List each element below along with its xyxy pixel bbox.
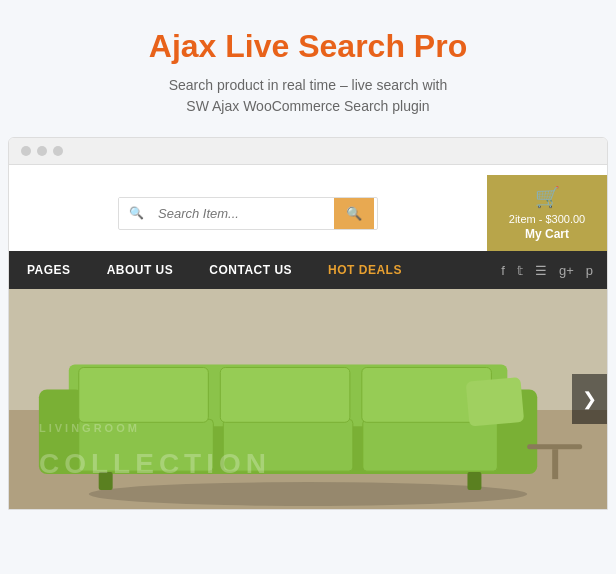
nav-item-hotdeals[interactable]: HOT DEALS: [310, 251, 420, 289]
googleplus-icon[interactable]: g+: [553, 255, 580, 286]
browser-dot-yellow: [37, 146, 47, 156]
svg-rect-12: [467, 473, 481, 491]
twitter-icon[interactable]: 𝕥: [511, 255, 529, 286]
cart-label: My Cart: [525, 227, 569, 241]
rss-icon[interactable]: ☰: [529, 255, 553, 286]
nav-bar: PAGES ABOUT US CONTACT US HOT DEALS f 𝕥 …: [9, 251, 607, 289]
nav-item-pages[interactable]: PAGES: [9, 251, 89, 289]
browser-dot-red: [21, 146, 31, 156]
page-subtitle: Search product in real time – live searc…: [20, 75, 596, 117]
svg-rect-14: [527, 445, 582, 450]
browser-bar: [9, 138, 607, 165]
nav-item-about[interactable]: ABOUT US: [89, 251, 192, 289]
svg-rect-15: [552, 450, 558, 480]
facebook-icon[interactable]: f: [495, 255, 511, 286]
hero-next-button[interactable]: ❯: [572, 374, 607, 424]
search-box: 🔍 🔍: [118, 197, 378, 230]
cart-icon: 🛒: [535, 185, 560, 209]
svg-rect-8: [79, 368, 209, 423]
cart-widget[interactable]: 🛒 2item - $300.00 My Cart: [487, 175, 607, 251]
page-title: Ajax Live Search Pro: [20, 28, 596, 65]
browser-mockup: 🔍 🔍 🛒 2item - $300.00 My Cart PAGES ABOU…: [8, 137, 608, 510]
hero-area: LIVINGROOM COLLECTION ❯: [9, 289, 607, 509]
pinterest-icon[interactable]: p: [580, 255, 599, 286]
browser-dot-green: [53, 146, 63, 156]
page-header: Ajax Live Search Pro Search product in r…: [0, 0, 616, 137]
nav-item-contact[interactable]: CONTACT US: [191, 251, 310, 289]
nav-social: f 𝕥 ☰ g+ p: [495, 255, 607, 286]
cart-info: 2item - $300.00: [509, 212, 585, 227]
svg-rect-7: [363, 420, 498, 472]
hero-text-line2: COLLECTION: [39, 439, 271, 489]
hero-text-overlay: LIVINGROOM COLLECTION: [39, 419, 271, 489]
search-icon: 🔍: [119, 198, 154, 228]
search-input[interactable]: [154, 198, 334, 229]
nav-left: PAGES ABOUT US CONTACT US HOT DEALS: [9, 251, 495, 289]
svg-rect-9: [220, 368, 350, 423]
svg-rect-13: [466, 377, 525, 426]
hero-text-line1: LIVINGROOM: [39, 422, 140, 434]
search-button[interactable]: 🔍: [334, 198, 374, 229]
site-header: 🔍 🔍 🛒 2item - $300.00 My Cart: [9, 165, 607, 251]
search-area: 🔍 🔍: [9, 175, 487, 251]
